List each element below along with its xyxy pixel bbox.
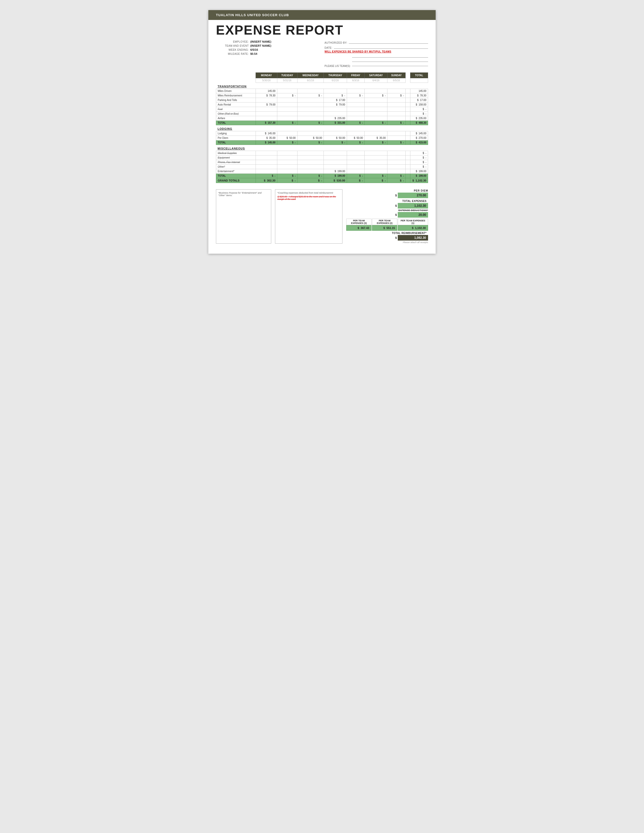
lodging-label: LODGING bbox=[216, 125, 428, 131]
phone-tue bbox=[277, 160, 297, 165]
lodging-total-tue: $ - bbox=[277, 140, 297, 145]
phone-label: Phone, Fax-Internet bbox=[216, 160, 256, 165]
other-mon bbox=[256, 165, 277, 169]
medical-empty bbox=[406, 151, 411, 156]
lodging-thu bbox=[324, 131, 347, 136]
other-sun bbox=[387, 165, 406, 169]
total-expenses-value-row: $ 1,102.30 bbox=[346, 203, 428, 209]
miles-reimb-fri: $ - bbox=[347, 93, 364, 98]
misc-total-sun: $ - bbox=[387, 174, 406, 178]
fuel-sat bbox=[365, 107, 387, 112]
lodging-sun bbox=[387, 131, 406, 136]
transport-total-wed: $ - bbox=[297, 121, 324, 125]
date-field[interactable] bbox=[334, 45, 428, 49]
per-diem-thu: $ 50.00 bbox=[324, 136, 347, 140]
airfare-thu: $ 235.00 bbox=[324, 116, 347, 121]
other-rail-tue bbox=[277, 112, 297, 116]
please-list-line-3[interactable] bbox=[352, 63, 428, 66]
authorized-label: AUTHORIZED BY: bbox=[325, 42, 347, 44]
per-diem-label: Per Diem bbox=[216, 136, 256, 140]
friday-header: FRIDAY bbox=[347, 73, 364, 78]
fuel-empty bbox=[406, 107, 411, 112]
will-row: WILL EXPENCES BE SHARED BY MUTIPUL TEAMS bbox=[325, 50, 428, 53]
miles-driven-total: 145.00 bbox=[411, 89, 428, 93]
auto-rental-label: Auto Rental bbox=[216, 103, 256, 107]
auto-rental-row: Auto Rental $ 79.00 $ 79.00 $ 158.00 bbox=[216, 103, 428, 107]
lodging-total-wed: $ - bbox=[297, 140, 324, 145]
fuel-label: Fuel bbox=[216, 107, 256, 112]
total-expenses-label: TOTAL EXPENSES bbox=[402, 199, 427, 203]
fuel-row: Fuel $ - bbox=[216, 107, 428, 112]
entertainment-row: Entertainment* $ 199.00 $ 199.00 bbox=[216, 169, 428, 174]
lodging-sat bbox=[365, 131, 387, 136]
misc-total-row: TOTAL $ - $ - $ - $ 199.00 $ - $ - $ - $… bbox=[216, 174, 428, 178]
will-text: WILL EXPENCES BE SHARED BY MUTIPUL TEAMS bbox=[325, 50, 391, 53]
expense-deductions-label: EXPENSE DEDUCTIONS* bbox=[398, 209, 428, 212]
please-list-line-1[interactable] bbox=[352, 54, 428, 58]
total-reimb-label-row: TOTAL REIMBURSEMENT* bbox=[346, 232, 428, 235]
lodging-total-empty bbox=[406, 140, 411, 145]
notes-box-title: *Business Purpose for "Entertainment" an… bbox=[218, 191, 269, 197]
misc-total-label: TOTAL bbox=[216, 174, 256, 178]
entertainment-empty bbox=[406, 169, 411, 174]
entertainment-mon bbox=[256, 169, 277, 174]
other-rail-total: $ - bbox=[411, 112, 428, 116]
grand-total-tue: $ - bbox=[277, 178, 297, 183]
authorized-field[interactable] bbox=[349, 40, 428, 43]
parking-sun bbox=[387, 98, 406, 103]
auto-rental-mon: $ 79.00 bbox=[256, 103, 277, 107]
medical-sun bbox=[387, 151, 406, 156]
lodging-mon: $ 145.00 bbox=[256, 131, 277, 136]
per-diem-row: Per Diem $ 35.00 $ 50.00 $ 50.00 $ 50.00… bbox=[216, 136, 428, 140]
coaching-item-1: 1) $20.00 - I charged $20.00 to the room… bbox=[277, 195, 340, 200]
transport-total-empty bbox=[406, 121, 411, 125]
expense-ded-value-row: $ 20.00 bbox=[346, 212, 428, 217]
equipment-fri bbox=[347, 156, 364, 160]
miles-driven-label: Miles Driven bbox=[216, 89, 256, 93]
expense-ded-dollar: $ bbox=[395, 213, 397, 216]
medical-tue bbox=[277, 151, 297, 156]
mileage-row: MILEAGE RATE: $0.54 bbox=[216, 52, 319, 55]
sunday-header: SUNDAY bbox=[387, 73, 406, 78]
medical-thu bbox=[324, 151, 347, 156]
grand-total-wed: $ - bbox=[297, 178, 324, 183]
mon-date: 5/30/16 bbox=[256, 78, 277, 83]
info-section: EMPLOYEE: (INSERT NAME) TEAM AND EVENT (… bbox=[208, 39, 436, 70]
other-rail-empty bbox=[406, 112, 411, 116]
parking-sat bbox=[365, 98, 387, 103]
tue-date: 5/31/16 bbox=[277, 78, 297, 83]
saturday-header: SATURDAY bbox=[365, 73, 387, 78]
per-team-3-value: $ 367.43 bbox=[346, 225, 372, 231]
fuel-thu bbox=[324, 107, 347, 112]
org-name: TUALATIN HILLS UNITED SOCCER CLUB bbox=[216, 13, 289, 17]
transport-total-total: $ 488.30 bbox=[411, 121, 428, 125]
fuel-mon bbox=[256, 107, 277, 112]
team-value: (INSERT NAME) bbox=[250, 44, 271, 47]
lodging-total-thu: $ - bbox=[324, 140, 347, 145]
lodging-wed bbox=[297, 131, 324, 136]
total-header: TOTAL bbox=[411, 73, 428, 78]
miles-reimb-thu: $ - bbox=[324, 93, 347, 98]
per-diem-dollar: $ bbox=[395, 194, 397, 197]
attach-note: Please attach all receipts bbox=[346, 241, 428, 244]
sun-date: 6/5/16 bbox=[387, 78, 406, 83]
per-diem-total: $ 270.00 bbox=[411, 136, 428, 140]
other-rail-wed bbox=[297, 112, 324, 116]
transport-total-thu: $ 331.00 bbox=[324, 121, 347, 125]
expense-table: MONDAY TUESDAY WEDNESDAY THURSDAY FRIDAY… bbox=[216, 72, 428, 183]
other-rail-thu bbox=[324, 112, 347, 116]
lodging-total-label: TOTAL bbox=[216, 140, 256, 145]
entertainment-sat bbox=[365, 169, 387, 174]
airfare-sat bbox=[365, 116, 387, 121]
misc-total-empty bbox=[406, 174, 411, 178]
total-expenses-value: 1,102.30 bbox=[398, 203, 428, 209]
authorized-row: AUTHORIZED BY: bbox=[325, 40, 428, 44]
equipment-total: $ - bbox=[411, 156, 428, 160]
equipment-row: Equipment $ - bbox=[216, 156, 428, 160]
miles-reimb-tue: $ - bbox=[277, 93, 297, 98]
employee-value: (INSERT NAME) bbox=[250, 40, 271, 43]
grand-total-sat: $ - bbox=[365, 178, 387, 183]
miles-driven-sun bbox=[387, 89, 406, 93]
mileage-value: $0.54 bbox=[250, 52, 258, 55]
please-list-line-2[interactable] bbox=[352, 58, 428, 62]
